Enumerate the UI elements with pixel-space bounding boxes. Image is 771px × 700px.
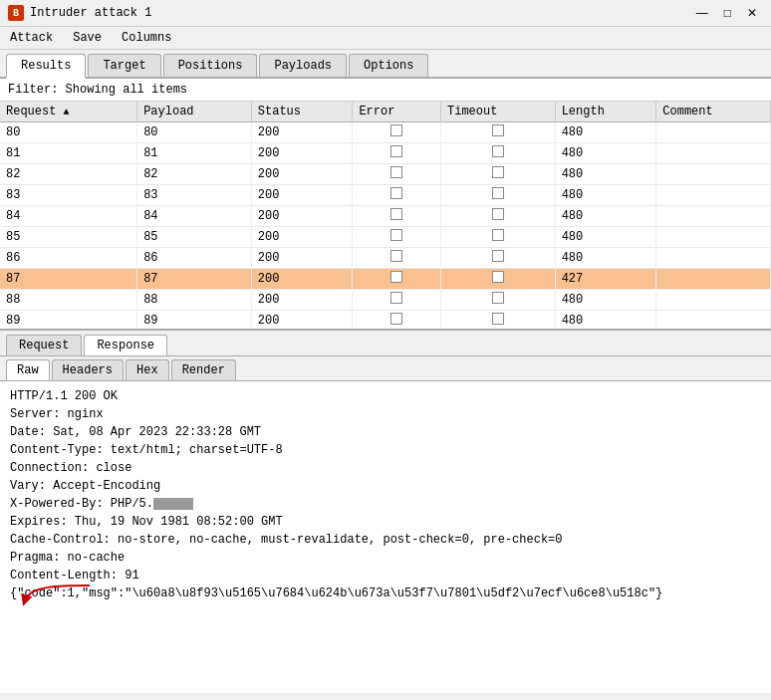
title-bar-controls[interactable]: — □ ✕	[690, 4, 763, 22]
request-cell: 84	[0, 206, 137, 227]
length-cell: 480	[555, 143, 656, 164]
table-row[interactable]: 8686200480	[0, 248, 771, 269]
error-checkbox[interactable]	[390, 292, 402, 304]
comment-cell	[656, 122, 771, 143]
error-checkbox[interactable]	[390, 250, 402, 262]
error-checkbox[interactable]	[390, 229, 402, 241]
payload-cell: 88	[137, 290, 252, 311]
length-cell: 480	[555, 185, 656, 206]
timeout-checkbox[interactable]	[492, 124, 504, 136]
filter-text: Filter: Showing all items	[8, 83, 187, 97]
payload-cell: 89	[137, 311, 252, 332]
col-error[interactable]: Error	[353, 102, 441, 122]
error-checkbox[interactable]	[390, 145, 402, 157]
table-row[interactable]: 8282200480	[0, 164, 771, 185]
length-cell: 480	[555, 290, 656, 311]
close-button[interactable]: ✕	[741, 4, 763, 22]
payload-cell: 80	[137, 122, 252, 143]
table-row[interactable]: 8585200480	[0, 227, 771, 248]
timeout-checkbox[interactable]	[492, 271, 504, 283]
error-checkbox[interactable]	[390, 271, 402, 283]
status-cell: 200	[251, 227, 353, 248]
col-status[interactable]: Status	[251, 102, 353, 122]
tab-payloads[interactable]: Payloads	[259, 54, 347, 77]
window-title: Intruder attack 1	[30, 6, 151, 20]
comment-cell	[656, 143, 771, 164]
timeout-checkbox[interactable]	[492, 187, 504, 199]
bottom-tabs: Request Response	[0, 331, 771, 356]
response-line: Expires: Thu, 19 Nov 1981 08:52:00 GMT	[10, 513, 761, 531]
results-table: Request ▲ Payload Status Error Timeout L…	[0, 102, 771, 331]
comment-cell	[656, 164, 771, 185]
status-cell: 200	[251, 290, 353, 311]
col-timeout[interactable]: Timeout	[441, 102, 556, 122]
status-cell: 200	[251, 143, 353, 164]
error-checkbox[interactable]	[390, 124, 402, 136]
timeout-checkbox[interactable]	[492, 166, 504, 178]
status-cell: 200	[251, 185, 353, 206]
table-body: 8080200480818120048082822004808383200480…	[0, 122, 771, 332]
length-cell: 480	[555, 248, 656, 269]
menu-columns[interactable]: Columns	[116, 29, 177, 47]
payload-cell: 83	[137, 185, 252, 206]
error-checkbox[interactable]	[390, 208, 402, 220]
col-comment[interactable]: Comment	[656, 102, 771, 122]
timeout-checkbox[interactable]	[492, 250, 504, 262]
col-payload[interactable]: Payload	[137, 102, 252, 122]
comment-cell	[656, 206, 771, 227]
col-length[interactable]: Length	[555, 102, 656, 122]
tab-positions[interactable]: Positions	[163, 54, 258, 77]
error-checkbox[interactable]	[390, 187, 402, 199]
tab-request[interactable]: Request	[6, 335, 82, 355]
status-cell: 200	[251, 164, 353, 185]
tab-response[interactable]: Response	[84, 335, 167, 355]
tab-options[interactable]: Options	[349, 54, 428, 77]
table-row[interactable]: 8080200480	[0, 122, 771, 143]
payload-cell: 82	[137, 164, 252, 185]
minimize-button[interactable]: —	[690, 4, 714, 22]
timeout-checkbox[interactable]	[492, 313, 504, 325]
results-table-container: Request ▲ Payload Status Error Timeout L…	[0, 102, 771, 331]
payload-cell: 81	[137, 143, 252, 164]
main-tabs: Results Target Positions Payloads Option…	[0, 50, 771, 79]
table-row[interactable]: 8181200480	[0, 143, 771, 164]
length-cell: 480	[555, 227, 656, 248]
app-icon: B	[8, 5, 24, 21]
comment-cell	[656, 311, 771, 332]
menu-attack[interactable]: Attack	[4, 29, 59, 47]
timeout-checkbox[interactable]	[492, 229, 504, 241]
table-row[interactable]: 8383200480	[0, 185, 771, 206]
tab-target[interactable]: Target	[88, 54, 160, 77]
request-cell: 89	[0, 311, 137, 332]
table-row[interactable]: 8787200427	[0, 269, 771, 290]
table-header-row: Request ▲ Payload Status Error Timeout L…	[0, 102, 771, 122]
sub-tab-raw[interactable]: Raw	[6, 359, 50, 380]
timeout-checkbox[interactable]	[492, 208, 504, 220]
table-row[interactable]: 8989200480	[0, 311, 771, 332]
table-row[interactable]: 8888200480	[0, 290, 771, 311]
error-checkbox[interactable]	[390, 166, 402, 178]
redacted-value	[153, 498, 193, 510]
menu-save[interactable]: Save	[67, 29, 108, 47]
response-line: HTTP/1.1 200 OK	[10, 387, 761, 405]
menu-bar: Attack Save Columns	[0, 27, 771, 50]
length-cell: 427	[555, 269, 656, 290]
tab-results[interactable]: Results	[6, 54, 86, 79]
title-bar-left: B Intruder attack 1	[8, 5, 151, 21]
error-checkbox[interactable]	[390, 313, 402, 325]
timeout-checkbox[interactable]	[492, 145, 504, 157]
length-cell: 480	[555, 122, 656, 143]
response-line: Date: Sat, 08 Apr 2023 22:33:28 GMT	[10, 423, 761, 441]
response-line: Cache-Control: no-store, no-cache, must-…	[10, 531, 761, 549]
payload-cell: 84	[137, 206, 252, 227]
sub-tab-render[interactable]: Render	[171, 359, 236, 380]
maximize-button[interactable]: □	[718, 4, 737, 22]
sub-tab-headers[interactable]: Headers	[52, 359, 124, 380]
timeout-checkbox[interactable]	[492, 292, 504, 304]
col-request[interactable]: Request ▲	[0, 102, 137, 122]
table-row[interactable]: 8484200480	[0, 206, 771, 227]
sub-tab-hex[interactable]: Hex	[126, 359, 169, 380]
payload-cell: 85	[137, 227, 252, 248]
response-line: Vary: Accept-Encoding	[10, 477, 761, 495]
payload-cell: 86	[137, 248, 252, 269]
